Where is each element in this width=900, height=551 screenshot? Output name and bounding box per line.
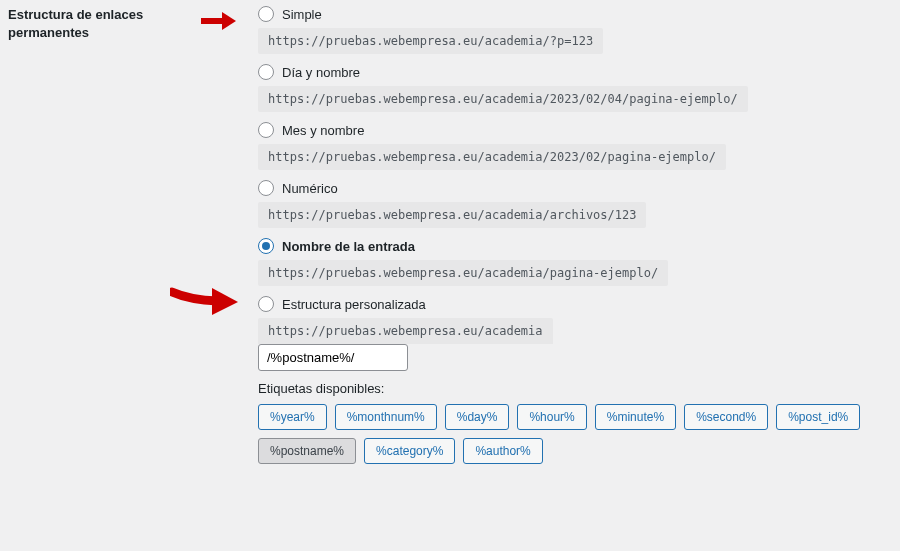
tag-day[interactable]: %day% bbox=[445, 404, 510, 430]
url-example: https://pruebas.webempresa.eu/academia/2… bbox=[258, 144, 726, 170]
tag-category[interactable]: %category% bbox=[364, 438, 455, 464]
custom-structure-input[interactable] bbox=[258, 344, 408, 371]
option-label: Día y nombre bbox=[282, 65, 360, 80]
radio-custom[interactable] bbox=[258, 296, 274, 312]
tag-year[interactable]: %year% bbox=[258, 404, 327, 430]
option-label: Nombre de la entrada bbox=[282, 239, 415, 254]
tag-monthnum[interactable]: %monthnum% bbox=[335, 404, 437, 430]
radio-month-name[interactable] bbox=[258, 122, 274, 138]
radio-simple[interactable] bbox=[258, 6, 274, 22]
tag-author[interactable]: %author% bbox=[463, 438, 542, 464]
permalink-option-day-name: Día y nombre https://pruebas.webempresa.… bbox=[256, 64, 890, 112]
radio-post-name[interactable] bbox=[258, 238, 274, 254]
option-label: Simple bbox=[282, 7, 322, 22]
url-example: https://pruebas.webempresa.eu/academia/p… bbox=[258, 260, 668, 286]
url-example: https://pruebas.webempresa.eu/academia/2… bbox=[258, 86, 748, 112]
permalink-option-numeric: Numérico https://pruebas.webempresa.eu/a… bbox=[256, 180, 890, 228]
url-prefix: https://pruebas.webempresa.eu/academia bbox=[258, 318, 553, 344]
permalink-option-custom: Estructura personalizada https://pruebas… bbox=[256, 296, 890, 464]
option-label: Estructura personalizada bbox=[282, 297, 426, 312]
tag-postname[interactable]: %postname% bbox=[258, 438, 356, 464]
url-example: https://pruebas.webempresa.eu/academia/a… bbox=[258, 202, 646, 228]
tag-hour[interactable]: %hour% bbox=[517, 404, 586, 430]
option-label: Mes y nombre bbox=[282, 123, 364, 138]
permalink-option-month-name: Mes y nombre https://pruebas.webempresa.… bbox=[256, 122, 890, 170]
radio-numeric[interactable] bbox=[258, 180, 274, 196]
tags-label: Etiquetas disponibles: bbox=[258, 381, 890, 396]
permalink-option-simple: Simple https://pruebas.webempresa.eu/aca… bbox=[256, 6, 890, 54]
tag-minute[interactable]: %minute% bbox=[595, 404, 676, 430]
tag-second[interactable]: %second% bbox=[684, 404, 768, 430]
permalink-option-post-name: Nombre de la entrada https://pruebas.web… bbox=[256, 238, 890, 286]
tag-post-id[interactable]: %post_id% bbox=[776, 404, 860, 430]
url-example: https://pruebas.webempresa.eu/academia/?… bbox=[258, 28, 603, 54]
option-label: Numérico bbox=[282, 181, 338, 196]
radio-day-name[interactable] bbox=[258, 64, 274, 80]
section-title: Estructura de enlaces permanentes bbox=[4, 6, 226, 42]
tags-row: %year% %monthnum% %day% %hour% %minute% … bbox=[258, 404, 890, 464]
